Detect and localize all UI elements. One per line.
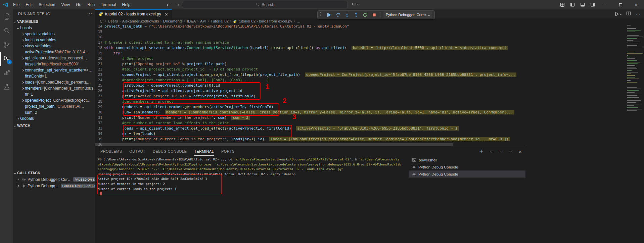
code-token: members: [142, 110, 158, 114]
split-editor-icon[interactable]: [626, 11, 631, 17]
breadcrumb-item[interactable]: …: [296, 19, 301, 23]
terminal-list-item[interactable]: Python Debug Console: [409, 171, 525, 178]
menu-selection[interactable]: Selection: [36, 0, 58, 9]
run-python-file-button[interactable]: [614, 12, 622, 16]
minimize-button[interactable]: [597, 0, 613, 9]
menu-file[interactable]: File: [10, 0, 22, 9]
locals-row[interactable]: Locals: [13, 25, 95, 31]
copilot-icon[interactable]: [352, 2, 359, 6]
variable-row[interactable]: firstConId = 1: [13, 73, 95, 79]
variable-row[interactable]: openedProject = ConProject(project…: [13, 97, 95, 103]
drag-handle-icon[interactable]: [320, 11, 323, 18]
continue-button[interactable]: [326, 12, 332, 18]
new-terminal-button[interactable]: +: [478, 149, 484, 154]
restart-button[interactable]: [362, 12, 368, 18]
activity-source-control-icon[interactable]: [0, 38, 13, 52]
toggle-secondary-sidebar-icon[interactable]: [589, 1, 596, 8]
menu-view[interactable]: View: [58, 0, 73, 9]
variable-row[interactable]: sum = 2: [13, 109, 95, 115]
tab-close-icon[interactable]: ×: [165, 12, 168, 17]
line-number: 26: [95, 88, 102, 94]
menu-terminal[interactable]: Terminal: [98, 0, 119, 9]
terminal-list-item[interactable]: powershell: [409, 156, 525, 163]
watch-section-header[interactable]: WATCH: [13, 122, 95, 129]
nav-forward-icon[interactable]: →: [175, 2, 179, 7]
breadcrumb-item[interactable]: C:: [100, 19, 104, 23]
panel-tab-debug-console[interactable]: DEBUG CONSOLE: [153, 147, 187, 156]
code-token: [104, 110, 122, 114]
variable-row[interactable]: connection_api_service_attacher = <…: [13, 67, 95, 73]
variable-row[interactable]: loads = [ConLoadEffect(is_percenta…: [13, 79, 95, 85]
activity-explorer-icon[interactable]: [0, 9, 13, 23]
close-button[interactable]: ×: [628, 0, 644, 9]
variable-row[interactable]: baseUrl = 'http://localhost:5000': [13, 61, 95, 67]
activity-run-debug-icon[interactable]: 2: [0, 52, 13, 66]
step-into-button[interactable]: [344, 12, 350, 18]
debug-profile-select[interactable]: Python Debugger: Curre: [383, 11, 432, 18]
horizontal-scrollbar[interactable]: [95, 143, 621, 146]
breadcrumb-item[interactable]: Users: [108, 19, 118, 23]
search-box[interactable]: Search: [182, 1, 348, 8]
minimap-line: [627, 40, 633, 41]
stop-button[interactable]: [371, 12, 377, 18]
terminal-output[interactable]: PS C:\Users\AlexanderSzotkowski\Document…: [98, 157, 408, 242]
variable-row[interactable]: class variables: [13, 43, 95, 49]
annotation-label-2: 2: [283, 97, 286, 105]
variable-row[interactable]: project_file_path = 'C:\\Users\\Al…: [13, 103, 95, 109]
variable-row[interactable]: nr = 1: [13, 91, 95, 97]
minimap[interactable]: [625, 24, 644, 143]
variable-row[interactable]: api_client = <ideastatica_connecti…: [13, 55, 95, 61]
code-token: create_api_client: [271, 46, 309, 50]
toggle-panel-icon[interactable]: [579, 1, 586, 8]
breadcrumb-item[interactable]: Documents: [163, 19, 183, 23]
breadcrumb-item[interactable]: AlexanderSzotkowski: [122, 19, 159, 23]
activity-search-icon[interactable]: [0, 23, 13, 38]
activity-testing-icon[interactable]: [0, 80, 13, 94]
code-editor[interactable]: 14project_file_path = r"C:\Users\Alexand…: [95, 24, 644, 147]
breadcrumb-item[interactable]: tutorial 02 - loads from excel.py: [239, 19, 292, 23]
variable-row[interactable]: activeProjectId = '5fab87be-8103-4…: [13, 49, 95, 55]
launch-profile-chevron-icon[interactable]: [488, 149, 494, 154]
globals-row[interactable]: Globals: [13, 115, 95, 122]
maximize-button[interactable]: [613, 0, 628, 9]
menu-help[interactable]: Help: [119, 0, 134, 9]
menu-go[interactable]: Go: [73, 0, 84, 9]
panel-tab-terminal[interactable]: TERMINAL: [194, 147, 214, 156]
code-token: =: [142, 24, 149, 29]
variable-value: '5fab87be-8103-4…: [54, 50, 89, 54]
callstack-section-header[interactable]: CALL STACK: [13, 169, 95, 176]
maximize-panel-icon[interactable]: [508, 149, 513, 154]
breadcrumb-item[interactable]: Tutorial 02: [211, 19, 229, 23]
chevron-right-icon: [21, 39, 24, 41]
code-text: # Create a client attached to an already…: [104, 40, 229, 45]
terminal-list-item[interactable]: Python Debug Console: [409, 163, 525, 171]
more-actions-icon[interactable]: ···: [636, 12, 641, 16]
more-actions-icon[interactable]: ···: [498, 149, 503, 154]
variable-row[interactable]: function variables: [13, 37, 95, 43]
toggle-primary-sidebar-icon[interactable]: [569, 1, 576, 8]
variable-row[interactable]: members = [ConMember(is_continuous…: [13, 85, 95, 91]
breadcrumb-item[interactable]: IDEA: [187, 19, 196, 23]
variable-row[interactable]: special variables: [13, 31, 95, 37]
code-text: print("Opening project %s" % project_fil…: [104, 61, 227, 67]
panel-tab-problems[interactable]: PROBLEMS: [100, 147, 122, 156]
variables-section-header[interactable]: VARIABLES: [13, 18, 95, 25]
callstack-session-row[interactable]: Python Debugger: Cur…PAUSED ON STEP: [13, 176, 95, 183]
scrollbar-thumb[interactable]: [95, 143, 453, 146]
breadcrumb-item[interactable]: API: [200, 19, 206, 23]
nav-back-icon[interactable]: ←: [167, 2, 171, 7]
more-actions-icon[interactable]: ···: [87, 12, 92, 18]
customize-layout-icon[interactable]: [559, 1, 566, 8]
minimap-line: [627, 77, 635, 78]
close-panel-icon[interactable]: ×: [517, 149, 523, 154]
step-out-button[interactable]: [353, 12, 359, 18]
menu-edit[interactable]: Edit: [22, 0, 36, 9]
callstack-session-row[interactable]: Python Debugg…PAUSED ON BREAKPOINT: [13, 183, 95, 189]
panel-tab-output[interactable]: OUTPUT: [129, 147, 145, 156]
editor-tab[interactable]: tutorial 02 - loads from excel.py ×: [95, 9, 172, 18]
step-over-button[interactable]: [335, 12, 341, 18]
code-line: 34 nr = len(loads): [95, 131, 644, 137]
activity-extensions-icon[interactable]: [0, 66, 13, 80]
menu-run[interactable]: Run: [84, 0, 98, 9]
panel-tab-ports[interactable]: PORTS: [221, 147, 235, 156]
